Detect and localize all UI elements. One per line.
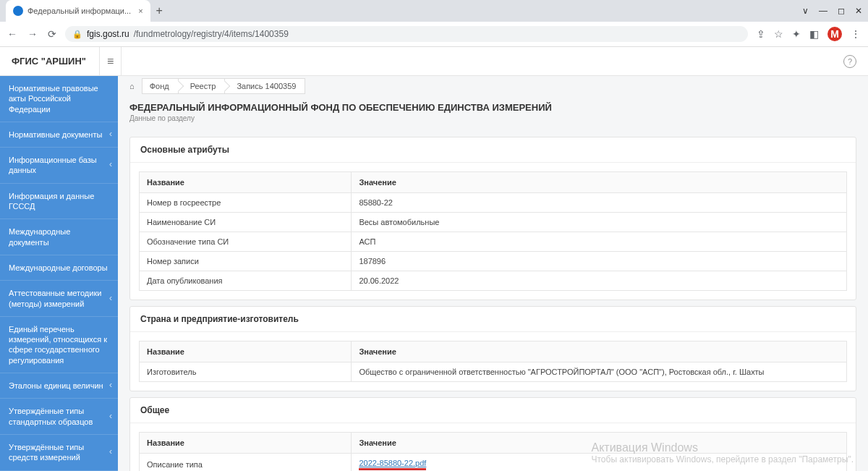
table-cell: Описание типа <box>140 454 352 472</box>
new-tab-button[interactable]: + <box>156 4 163 17</box>
tab-close-icon[interactable]: × <box>138 7 142 15</box>
table-header: Значение <box>352 433 847 454</box>
menu-icon[interactable]: ⋮ <box>851 28 861 40</box>
url-host: fgis.gost.ru <box>87 29 129 39</box>
table-row: Наименование СИВесы автомобильные <box>140 213 847 232</box>
main-content: ⌂ ФондРеестрЗапись 1400359 ФЕДЕРАЛЬНЫЙ И… <box>118 76 868 471</box>
table-header: Название <box>140 341 352 362</box>
table-row: Описание типа2022-85880-22.pdf <box>140 454 847 472</box>
breadcrumb-item-1[interactable]: Реестр <box>178 78 226 94</box>
app-title: ФГИС "АРШИН" <box>12 56 86 67</box>
sidebar-item-9[interactable]: Утверждённые типы стандартных образцов <box>0 399 118 435</box>
panel-header: Страна и предприятие-изготовитель <box>130 307 856 332</box>
toolbar-right: ⇪ ☆ ✦ ◧ М ⋮ <box>757 27 861 41</box>
browser-chrome: Федеральный информаци... × + ∨ ― ◻ ✕ ← →… <box>0 0 868 47</box>
breadcrumb-item-2[interactable]: Запись 1400359 <box>224 78 305 94</box>
table-header: Название <box>140 172 352 193</box>
address-bar: ← → ⟳ 🔒 fgis.gost.ru/fundmetrology/regis… <box>0 22 868 46</box>
profile-avatar[interactable]: М <box>827 27 842 41</box>
panel-body: НазваниеЗначениеИзготовительОбщество с о… <box>130 332 856 391</box>
tab-title: Федеральный информаци... <box>27 7 131 15</box>
app-header: ФГИС "АРШИН" ≡ ? <box>0 47 868 76</box>
panel-1: Страна и предприятие-изготовительНазвани… <box>129 306 856 391</box>
url-box[interactable]: 🔒 fgis.gost.ru/fundmetrology/registry/4/… <box>65 26 748 42</box>
table-header: Значение <box>352 341 847 362</box>
table-cell: Общество с ограниченной ответственностью… <box>352 362 847 382</box>
window-settings-icon[interactable]: ∨ <box>802 6 809 16</box>
bookmark-icon[interactable]: ☆ <box>774 28 783 40</box>
sidebar-item-6[interactable]: Аттестованные методики (методы) измерени… <box>0 281 118 317</box>
highlighted-link: 2022-85880-22.pdf <box>359 459 426 470</box>
data-table: НазваниеЗначениеИзготовительОбщество с о… <box>139 341 847 382</box>
sidebar-item-8[interactable]: Эталоны единиц величин <box>0 373 118 399</box>
table-header: Значение <box>352 172 847 193</box>
sidebar: Нормативные правовые акты Российской Фед… <box>0 76 118 471</box>
browser-tab[interactable]: Федеральный информаци... × <box>6 0 150 22</box>
table-cell: Наименование СИ <box>140 213 352 232</box>
breadcrumb-item-0[interactable]: Фонд <box>142 78 179 94</box>
data-table: НазваниеЗначениеНомер в госреестре85880-… <box>139 171 847 291</box>
sidebar-item-3[interactable]: Информация и данные ГСССД <box>0 184 118 220</box>
data-table: НазваниеЗначениеОписание типа2022-85880-… <box>139 432 847 471</box>
sidebar-item-1[interactable]: Нормативные документы <box>0 122 118 148</box>
pdf-link[interactable]: 2022-85880-22.pdf <box>359 459 426 467</box>
extension-icon[interactable]: ◧ <box>809 28 819 40</box>
back-icon[interactable]: ← <box>7 28 17 40</box>
panel-header: Основные атрибуты <box>130 137 856 163</box>
sidebar-item-7[interactable]: Единый перечень измерений, относящихся к… <box>0 317 118 373</box>
lock-icon: 🔒 <box>72 30 82 39</box>
window-maximize-icon[interactable]: ◻ <box>838 6 845 16</box>
tab-favicon <box>13 6 23 16</box>
share-icon[interactable]: ⇪ <box>757 28 765 40</box>
window-minimize-icon[interactable]: ― <box>819 6 827 16</box>
panel-2: ОбщееНазваниеЗначениеОписание типа2022-8… <box>129 397 856 471</box>
sidebar-item-10[interactable]: Утверждённые типы средств измерений <box>0 435 118 471</box>
table-row: Номер в госреестре85880-22 <box>140 193 847 213</box>
home-icon[interactable]: ⌂ <box>129 82 135 90</box>
table-row: ИзготовительОбщество с ограниченной отве… <box>140 362 847 382</box>
sidebar-item-2[interactable]: Информационные базы данных <box>0 148 118 184</box>
window-controls: ∨ ― ◻ ✕ <box>802 6 862 16</box>
table-cell: 20.06.2022 <box>352 271 847 291</box>
reload-icon[interactable]: ⟳ <box>48 28 56 40</box>
tab-bar: Федеральный информаци... × + ∨ ― ◻ ✕ <box>0 0 868 22</box>
table-row: Номер записи187896 <box>140 252 847 271</box>
table-cell: 2022-85880-22.pdf <box>352 454 847 472</box>
table-cell: Весы автомобильные <box>352 213 847 232</box>
table-header: Название <box>140 433 352 454</box>
page-title: ФЕДЕРАЛЬНЫЙ ИНФОРМАЦИОННЫЙ ФОНД ПО ОБЕСП… <box>118 96 868 114</box>
hamburger-icon[interactable]: ≡ <box>99 47 122 75</box>
panel-body: НазваниеЗначениеНомер в госреестре85880-… <box>130 163 856 300</box>
table-cell: Номер в госреестре <box>140 193 352 213</box>
table-cell: 187896 <box>352 252 847 271</box>
table-cell: Обозначение типа СИ <box>140 232 352 252</box>
sidebar-item-5[interactable]: Международные договоры <box>0 255 118 281</box>
table-cell: Номер записи <box>140 252 352 271</box>
panel-header: Общее <box>130 398 856 423</box>
page-subtitle: Данные по разделу <box>118 114 868 131</box>
panel-body: НазваниеЗначениеОписание типа2022-85880-… <box>130 423 856 471</box>
extensions-icon[interactable]: ✦ <box>792 28 801 40</box>
window-close-icon[interactable]: ✕ <box>855 6 862 16</box>
nav-icons: ← → ⟳ <box>7 28 56 40</box>
app-body: Нормативные правовые акты Российской Фед… <box>0 76 868 471</box>
table-row: Дата опубликования20.06.2022 <box>140 271 847 291</box>
help-icon[interactable]: ? <box>843 55 856 68</box>
url-path: /fundmetrology/registry/4/items/1400359 <box>134 29 289 39</box>
sidebar-item-4[interactable]: Международные документы <box>0 219 118 255</box>
table-row: Обозначение типа СИАСП <box>140 232 847 252</box>
table-cell: АСП <box>352 232 847 252</box>
table-cell: Изготовитель <box>140 362 352 382</box>
table-cell: Дата опубликования <box>140 271 352 291</box>
panel-0: Основные атрибутыНазваниеЗначениеНомер в… <box>129 137 856 300</box>
table-cell: 85880-22 <box>352 193 847 213</box>
breadcrumb: ⌂ ФондРеестрЗапись 1400359 <box>118 76 868 96</box>
forward-icon[interactable]: → <box>27 28 38 40</box>
sidebar-item-0[interactable]: Нормативные правовые акты Российской Фед… <box>0 76 118 122</box>
